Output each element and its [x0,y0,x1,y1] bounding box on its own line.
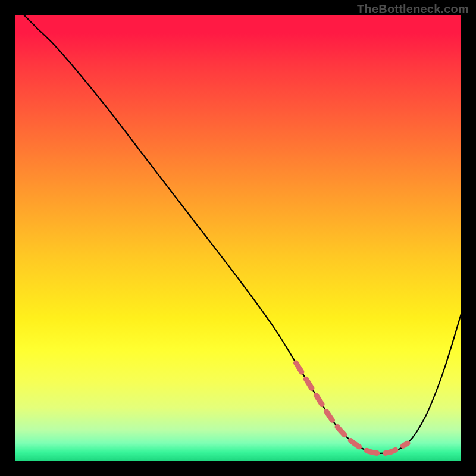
curve-layer [15,15,461,461]
plot-area [15,15,461,461]
attribution-label: TheBottleneck.com [357,2,469,16]
marker-segment [296,363,408,453]
chart-container: TheBottleneck.com [0,0,476,476]
bottleneck-curve [24,15,461,453]
